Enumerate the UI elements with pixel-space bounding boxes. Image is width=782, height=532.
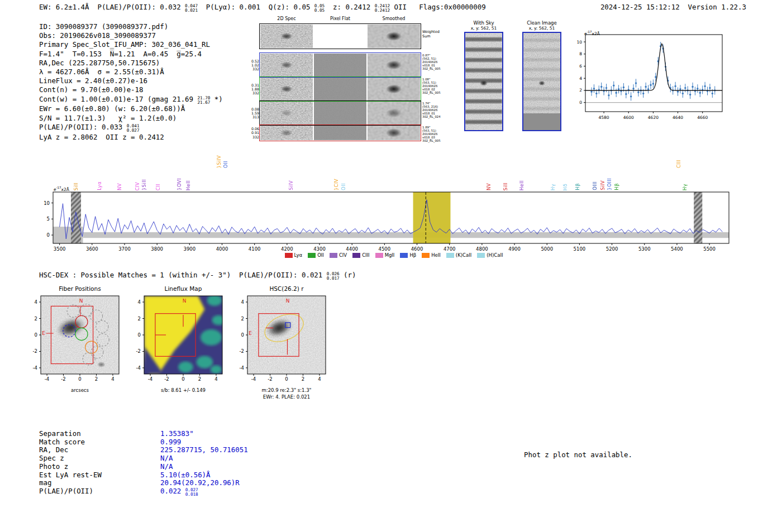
svg-text:-4: -4 [251,376,256,382]
info-line: LyA z = 2.8062 OII z = 0.2412 [39,133,223,142]
svg-text:4620: 4620 [648,115,659,120]
withsky-coords: x, y: 562, 51 [464,26,503,31]
svg-text:2: 2 [138,316,141,322]
info-line: Cont(w) = 1.00(±0.01)e-17 (gmag 21.69 21… [39,95,223,105]
svg-text:2: 2 [198,376,201,382]
cutout-row-border [259,100,421,126]
text-segment: 0.999 [160,438,181,446]
text-segment: EWr = 6.60(±0.80) (w: 6.20(±0.68))Å [39,104,185,113]
text-segment: 20.94(20.92,20.96)R [160,478,240,487]
match-field-value: N/A [160,463,173,471]
text-segment: ID: 3090089377 (3090089377.pdf) [39,22,168,31]
match-field-label: Match score [39,438,160,447]
legend-item: CIV [330,252,347,258]
cutout-row-stats: 0.521.02332 [249,59,259,71]
emission-line-label: }CIV [333,179,339,190]
svg-text:4: 4 [241,299,244,305]
cutout-column-header: Pixel Flat [314,16,366,21]
cutout-row-border [259,124,421,141]
match-table: Separation1.35383"Match score0.999RA, De… [39,430,248,497]
text-segment: z: 0.2412 [325,3,375,11]
match-field-value: 0.999 [160,438,181,447]
emission-line-label: Lyα [97,181,102,190]
legend-swatch [477,253,485,258]
svg-text:5100: 5100 [574,246,586,252]
info-line: S/N = 11.7(±1.3) χ² = 1.2(±0.0) [39,114,223,123]
hi-lo-stack: 0.0270.018 [185,488,198,497]
info-line: Obs: 20190626v018_3090089377 [39,31,223,40]
legend-swatch [352,253,360,258]
match-field-label: Photo z [39,463,160,471]
cutout-row-stats: 0.060.91332 [249,127,259,139]
withsky-title: With Sky [464,20,503,26]
svg-text:4800: 4800 [476,246,488,252]
emission-line-labels: SiIILyαNVCIV}SiIICII}OVIHeII}SiIVOIISiIV… [34,142,754,191]
svg-text:4600: 4600 [623,115,634,120]
svg-text:4700: 4700 [444,246,456,252]
legend-swatch [308,253,316,258]
text-segment: EW: 6.2±1.4Å P(LAE)/P(OII): 0.032 [39,3,185,11]
svg-text:5300: 5300 [638,246,651,252]
fiber-positions-plot: NE-4-4-2-2002244 [24,293,136,386]
info-line: P(LAE)/P(OII): 0.033 0.0410.027 [39,123,223,133]
info-line: F=1.4" T=0.153 N̅=1.21 A=0.45 g̅=25.4 [39,50,223,59]
svg-text:2: 2 [579,88,582,93]
svg-text:3700: 3700 [118,246,131,252]
match-field-value: N/A [160,454,173,463]
info-line: ID: 3090089377 (3090089377.pdf) [39,22,223,31]
text-segment: N/A [160,454,173,462]
match-field-value: 20.94(20.92,20.96)R [160,479,240,487]
spec2d-cutout-grid: 2D SpecPixel FlatSmoothed0.521.023320.87… [249,16,461,144]
svg-text:N: N [286,298,290,304]
text-segment: Primary Spec_Slot_IFU_AMP: 302_036_041_R… [39,40,210,49]
text-segment: (r) [340,271,356,279]
svg-text:0: 0 [138,332,141,338]
emission-line-label: OIII [592,181,598,190]
hsc-cutout-xlabel: m:20.9 re:2.3" s:1.3" [231,387,342,393]
cutout-row-border [259,23,421,49]
svg-text:4000: 4000 [216,246,228,252]
text-segment: Cont(w) = 1.00(±0.01)e-17 (gmag 21.69 [39,95,197,103]
svg-text:4: 4 [111,376,114,382]
elixer-report-page: EW: 6.2±1.4Å P(LAE)/P(OII): 0.032 0.0470… [0,0,782,532]
match-table-row: Photo zN/A [39,463,248,471]
svg-text:5: 5 [47,216,50,222]
hsc-cutout-xlabel2: EWr: 4. PLAE: 0.021 [231,394,342,400]
svg-text:4660: 4660 [697,115,708,120]
match-table-row: P(LAE)/P(OII)0.022 0.0270.018 [39,487,248,497]
lineflux-map-plot: N-4-4-2-2002244 [127,293,239,386]
svg-text:N: N [183,298,187,304]
svg-text:5500: 5500 [703,246,716,252]
cutout-column-header: Smoothed [368,16,420,21]
legend-swatch [285,253,293,258]
info-line: LineFlux = 2.40(±0.27)e-16 [39,76,223,85]
text-segment: 5.10(±0.56)Å [160,471,211,479]
hsc-cutout-plot: NE-4-4-2-2002244 [231,293,342,386]
text-segment: LineFlux = 2.40(±0.27)e-16 [39,76,147,85]
text-segment: 225.287715, 50.716051 [160,445,248,454]
emission-line-label: SiIV [288,180,294,190]
svg-text:4: 4 [138,299,141,305]
svg-text:-2: -2 [136,348,141,354]
text-segment: HSC-DEX : Possible Matches = 1 (within +… [39,271,327,279]
emission-line-label: }OIII [607,178,612,190]
legend-item: CIII [352,252,369,258]
emission-line-label: SiII [73,183,79,190]
hsc-cutout-title: HSC(26.2) r [231,285,342,292]
svg-text:-2: -2 [164,376,169,382]
text-segment: Cont(n) = 9.70(±0.00)e-18 [39,85,144,94]
hsc-match-summary: HSC-DEX : Possible Matches = 1 (within +… [39,271,356,281]
photz-note: Phot z plot not available. [524,450,632,459]
fiber-positions-title: Fiber Positions [24,285,136,292]
svg-text:2: 2 [95,376,98,382]
match-table-row: Est LyA rest-EW5.10(±0.56)Å [39,471,248,480]
svg-text:3500: 3500 [54,246,66,252]
match-field-label: P(LAE)/P(OII) [39,487,160,497]
svg-text:4200: 4200 [281,246,293,252]
cutout-column-header: 2D Spec [260,16,313,21]
text-segment: 0.022 [160,487,185,495]
emission-line-label: CIV [135,182,140,190]
text-segment: F=1.4" T=0.153 N̅=1.21 A=0.45 g̅=25.4 [39,50,202,58]
svg-text:-4: -4 [33,365,37,371]
info-line: Cont(n) = 9.70(±0.00)e-18 [39,85,223,94]
